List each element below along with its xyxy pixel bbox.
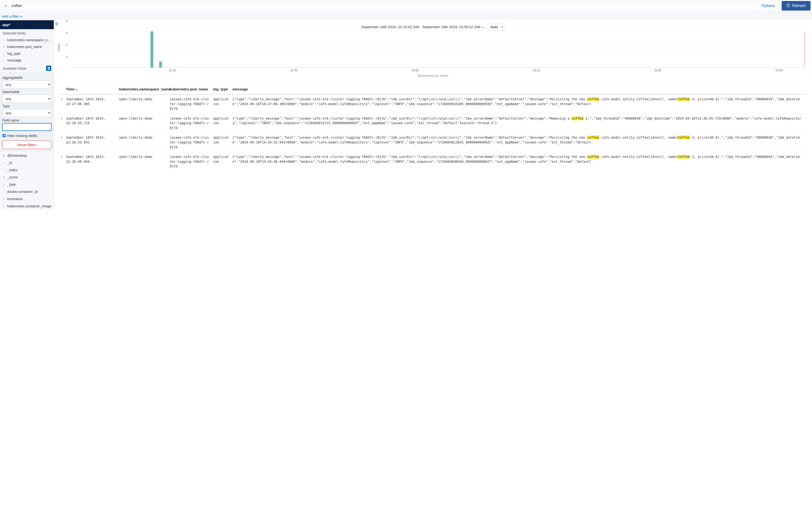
query-prompt-icon: >_ — [5, 4, 9, 8]
x-tick: 23:45 — [775, 69, 783, 72]
highlight: coffee — [587, 155, 599, 159]
query-input-wrap[interactable]: >_ Options — [1, 1, 779, 10]
field-type-icon: t — [2, 161, 5, 165]
selected-field-item[interactable]: tkubernetes.pod_name — [0, 44, 54, 50]
refresh-icon — [786, 4, 790, 8]
cell-message: {"type":"liberty_message","host":"javaee… — [231, 152, 807, 171]
available-field-item[interactable]: #_score — [0, 174, 54, 181]
available-field-item[interactable]: t_id — [0, 159, 54, 166]
col-pod-header[interactable]: kubernetes.pod_name — [168, 80, 212, 94]
cell-time: September 18th 2024, 22:27:06.385 — [65, 94, 118, 114]
available-fields-label: Available fields — [2, 66, 27, 70]
selected-field-item[interactable]: tkubernetes.namespace_n... — [0, 37, 54, 44]
log-table: Time▚ kubernetes.namespace_name kubernet… — [59, 80, 807, 171]
cell-time: September 18th 2024, 22:26:46.944 — [65, 152, 118, 171]
time-range-label: September 18th 2024, 22:16:02.348 - Sept… — [361, 25, 485, 29]
col-logtype-header[interactable]: log_type — [212, 80, 231, 94]
col-message-header[interactable]: message — [231, 80, 807, 94]
plot-area[interactable] — [69, 32, 805, 68]
field-name-label: Field name — [2, 118, 51, 122]
y-tick: 6 — [66, 20, 67, 23]
field-name-label: _score — [7, 175, 18, 179]
highlight: coffee — [587, 136, 599, 139]
filter-bar: Add a filter + — [0, 12, 812, 20]
cell-pod: javaee-cafe-elk-cluster-logging-f68d7c-r… — [168, 152, 212, 171]
available-field-item[interactable]: tdocker.container_id — [0, 188, 54, 195]
query-input[interactable] — [11, 4, 761, 8]
searchable-select[interactable]: any — [2, 95, 51, 103]
y-axis: 0246 — [61, 32, 68, 68]
refresh-button[interactable]: Refresh — [782, 1, 811, 10]
selected-field-item[interactable]: tlog_type — [0, 50, 54, 57]
selected-fields-list: tkubernetes.namespace_n...tkubernetes.po… — [0, 37, 54, 64]
col-namespace-header[interactable]: kubernetes.namespace_name — [118, 80, 168, 94]
highlight: coffee — [587, 97, 599, 101]
cell-pod: javaee-cafe-elk-cluster-logging-f68d7c-r… — [168, 133, 212, 152]
reset-filters-button[interactable]: Reset filters — [2, 141, 51, 149]
field-type-icon: t — [2, 45, 5, 49]
log-table-wrap: Time▚ kubernetes.namespace_name kubernet… — [59, 80, 807, 171]
field-name-label: kubernetes.container_image — [7, 204, 51, 208]
expand-row-button[interactable] — [59, 152, 65, 171]
query-options-link[interactable]: Options — [761, 4, 775, 8]
type-label: Type — [2, 104, 51, 108]
available-fields-header: Available fields — [0, 64, 54, 72]
top-bar: >_ Options Refresh — [0, 0, 812, 12]
col-time-header[interactable]: Time▚ — [65, 80, 118, 94]
type-select[interactable]: any — [2, 109, 51, 117]
field-type-icon: t — [2, 204, 5, 208]
x-tick: 23:15 — [533, 69, 540, 72]
histogram-bar[interactable] — [150, 31, 153, 67]
expand-row-button[interactable] — [59, 133, 65, 152]
add-filter-label: Add a filter — [2, 14, 19, 18]
time-cursor-line — [804, 32, 805, 67]
field-name-label: kubernetes.pod_name — [7, 45, 42, 49]
aggregatable-select[interactable]: any — [2, 81, 51, 88]
log-table-body: September 18th 2024, 22:27:06.385 open-l… — [59, 94, 807, 171]
field-type-icon: t — [2, 197, 5, 201]
cell-logtype: application — [212, 133, 231, 152]
cell-namespace: open-liberty-demo — [118, 152, 168, 171]
expand-row-button[interactable] — [59, 114, 65, 133]
highlight: Coffee — [678, 97, 690, 101]
selected-field-item[interactable]: tmessage — [0, 57, 54, 64]
selected-fields-header: Selected fields — [0, 29, 54, 37]
add-filter-button[interactable]: Add a filter + — [2, 14, 22, 18]
field-type-icon: t — [2, 190, 5, 194]
interval-select[interactable]: Auto — [488, 24, 505, 30]
chevron-right-icon — [61, 156, 63, 158]
field-name-label: hostname — [7, 197, 23, 201]
available-field-item[interactable]: tkubernetes.container_image — [0, 203, 54, 210]
x-tick: 22:30 — [169, 69, 176, 72]
available-field-item[interactable]: ◷@timestamp — [0, 152, 54, 159]
cell-message: {"type":"liberty_message","host":"javaee… — [231, 133, 807, 152]
field-type-icon: # — [2, 175, 5, 179]
cell-pod: javaee-cafe-elk-cluster-logging-f68d7c-r… — [168, 94, 212, 114]
cell-logtype: application — [212, 94, 231, 114]
table-row: September 18th 2024, 22:26:55.715 open-l… — [59, 114, 807, 133]
y-tick: 2 — [66, 44, 67, 47]
plus-icon: + — [20, 14, 22, 18]
hide-missing-checkbox-row[interactable]: Hide missing fields — [2, 134, 51, 138]
field-type-icon: t — [2, 168, 5, 172]
histogram-chart[interactable]: Count 0246 22:3022:4523:0023:1523:3023:4… — [64, 32, 805, 75]
field-filter-gear-button[interactable] — [46, 65, 51, 71]
field-name-input[interactable] — [2, 123, 51, 131]
x-tick: 22:45 — [290, 69, 297, 72]
field-type-icon: t — [2, 38, 5, 42]
cell-namespace: open-liberty-demo — [118, 133, 168, 152]
histogram-bar[interactable] — [159, 61, 162, 67]
available-fields-list: ◷@timestampt_idt_index#_scoret_typetdock… — [0, 152, 54, 210]
hide-missing-checkbox[interactable] — [2, 134, 5, 137]
hide-missing-label: Hide missing fields — [7, 134, 37, 138]
available-field-item[interactable]: thostname — [0, 195, 54, 203]
index-pattern-selector[interactable]: app* — [0, 20, 54, 29]
x-axis: 22:3022:4523:0023:1523:3023:45 — [69, 68, 805, 75]
sidebar-collapse-button[interactable] — [55, 22, 59, 26]
expand-row-button[interactable] — [59, 94, 65, 114]
chevron-right-icon — [61, 137, 63, 139]
available-field-item[interactable]: t_type — [0, 181, 54, 188]
field-name-label: message — [7, 58, 22, 62]
table-row: September 18th 2024, 22:26:53.641 open-l… — [59, 133, 807, 152]
available-field-item[interactable]: t_index — [0, 166, 54, 174]
